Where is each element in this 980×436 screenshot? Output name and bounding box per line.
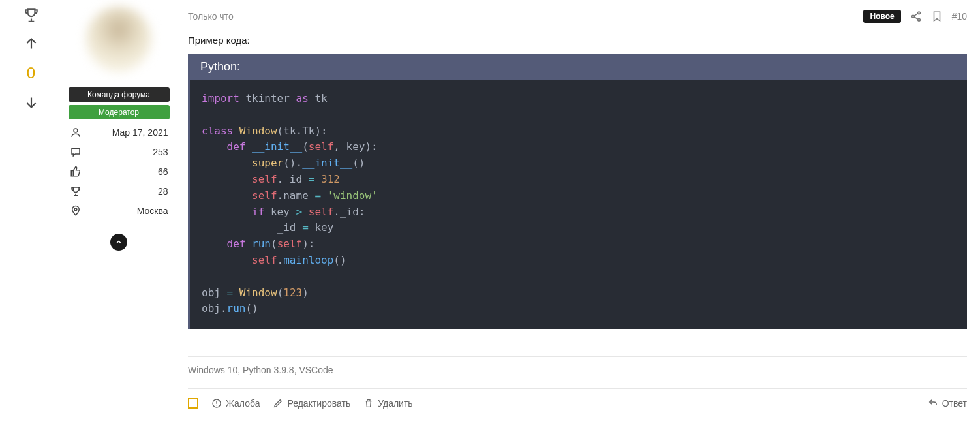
report-button[interactable]: Жалоба (211, 398, 260, 409)
trophy-small-icon (70, 185, 82, 197)
warning-icon (211, 398, 222, 409)
post-column: Только что Новое #10 Пример кода: Python… (176, 0, 980, 436)
posts-value: 253 (153, 147, 168, 157)
downvote-icon[interactable] (23, 94, 40, 111)
code-language-label: Python: (190, 54, 967, 80)
code-body: import tkinter as tk class Window(tk.Tk)… (190, 80, 967, 329)
vote-column: 0 (0, 0, 62, 436)
reply-label: Ответ (942, 398, 967, 409)
join-date-value: Мар 17, 2021 (112, 127, 168, 138)
report-label: Жалоба (226, 398, 260, 409)
team-badge: Команда форума (69, 87, 170, 102)
delete-button[interactable]: Удалить (363, 398, 412, 409)
stat-trophies: 28 (69, 181, 170, 201)
post-number[interactable]: #10 (952, 11, 967, 22)
reply-button[interactable]: Ответ (928, 398, 967, 409)
thumbs-up-icon (70, 166, 82, 178)
edit-button[interactable]: Редактировать (273, 398, 350, 409)
post-intro: Пример кода: (188, 35, 967, 46)
signature: Windows 10, Python 3.9.8, VSCode (188, 357, 967, 388)
delete-label: Удалить (378, 398, 412, 409)
svg-point-0 (74, 129, 78, 132)
post-footer: Жалоба Редактировать Удалить Ответ (188, 388, 967, 418)
likes-value: 66 (158, 166, 168, 177)
svg-point-1 (74, 208, 77, 211)
vote-count: 0 (27, 64, 35, 82)
reply-icon (928, 398, 938, 409)
pencil-icon (273, 398, 283, 409)
stat-location: Москва (69, 201, 170, 221)
stat-posts: 253 (69, 142, 170, 162)
pin-icon (70, 205, 82, 217)
select-checkbox[interactable] (188, 398, 198, 409)
upvote-icon[interactable] (23, 35, 40, 52)
collapse-button[interactable] (110, 234, 127, 251)
stat-likes: 66 (69, 162, 170, 181)
trophies-value: 28 (158, 186, 168, 196)
edit-label: Редактировать (287, 398, 350, 409)
message-icon (70, 146, 82, 158)
code-block: Python: import tkinter as tk class Windo… (188, 54, 967, 329)
trash-icon (363, 398, 374, 409)
bookmark-icon[interactable] (931, 10, 943, 22)
user-column: Команда форума Модератор Мар 17, 2021 25… (62, 0, 176, 436)
moderator-badge: Модератор (69, 105, 170, 119)
trophy-icon (23, 7, 40, 23)
share-icon[interactable] (910, 10, 922, 22)
post-body: Пример кода: Python: import tkinter as t… (188, 35, 967, 388)
user-icon (70, 127, 82, 138)
chevron-up-icon (115, 238, 123, 246)
location-value: Москва (137, 206, 168, 216)
post-header: Только что Новое #10 (188, 10, 967, 23)
avatar[interactable] (86, 7, 151, 72)
stat-join-date: Мар 17, 2021 (69, 123, 170, 142)
post-header-actions: Новое #10 (863, 10, 967, 23)
new-badge: Новое (863, 10, 900, 23)
timestamp[interactable]: Только что (188, 11, 234, 22)
